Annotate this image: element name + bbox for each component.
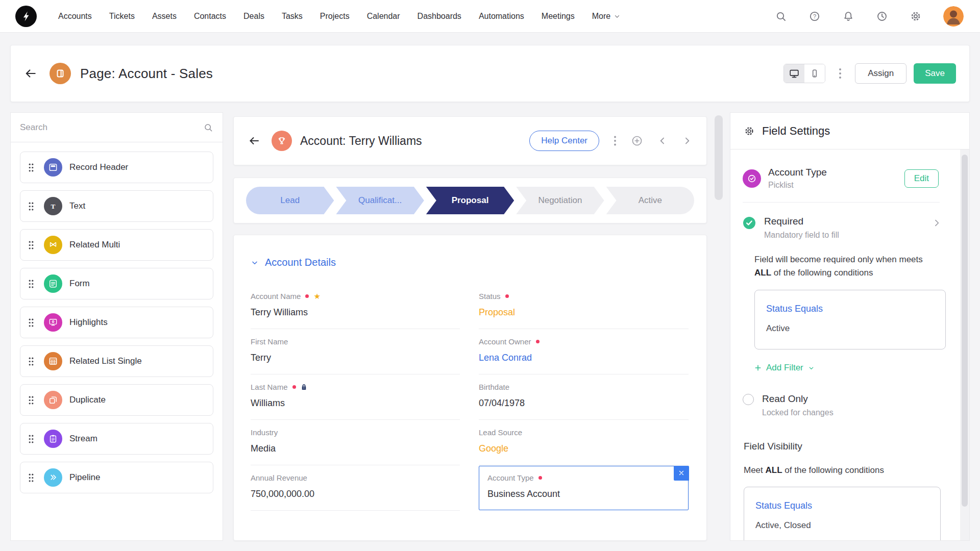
drag-handle-icon[interactable]: [29, 280, 34, 288]
edit-field-button[interactable]: Edit: [904, 169, 939, 188]
assign-button[interactable]: Assign: [855, 63, 906, 84]
chevron-right-icon[interactable]: [682, 136, 692, 146]
field-industry[interactable]: Industry Media: [251, 420, 460, 465]
nav-item-more[interactable]: More: [592, 12, 621, 21]
nav-item-projects[interactable]: Projects: [320, 12, 350, 21]
add-filter-button[interactable]: Add Filter: [754, 363, 969, 373]
user-avatar[interactable]: [943, 6, 964, 27]
field-account-owner[interactable]: Account Owner Lena Conrad: [479, 329, 689, 374]
field-account-name[interactable]: Account Name★ Terry Williams: [251, 284, 460, 329]
chevron-right-icon[interactable]: [932, 218, 942, 228]
widget-related-multi[interactable]: Related Multi: [20, 229, 213, 261]
visibility-condition-box[interactable]: Status Equals Active, Closed: [744, 487, 941, 540]
stage-active[interactable]: Active: [606, 187, 694, 214]
notifications-icon[interactable]: [842, 10, 854, 22]
app-logo[interactable]: [15, 6, 37, 27]
field-value: 750,000,000.00: [251, 489, 460, 499]
stage-label: Negotiation: [538, 195, 582, 206]
radio-unselected-icon[interactable]: [743, 394, 754, 405]
widget-related-list-single[interactable]: Related List Single: [20, 345, 213, 377]
nav-item-tickets[interactable]: Tickets: [109, 12, 135, 21]
more-options-kebab-icon[interactable]: [839, 68, 842, 79]
fields-column-right: Status Proposal Account Owner Lena Conra…: [479, 284, 689, 511]
record-title: Account: Terry Williams: [300, 134, 422, 148]
drag-handle-icon[interactable]: [29, 318, 34, 327]
nav-item-calendar[interactable]: Calendar: [367, 12, 400, 21]
save-button[interactable]: Save: [914, 63, 956, 84]
drag-handle-icon[interactable]: [29, 202, 34, 211]
drag-handle-icon[interactable]: [29, 163, 34, 172]
widget-duplicate[interactable]: Duplicate: [20, 384, 213, 416]
field-lead-source[interactable]: Lead Source Google: [479, 420, 689, 465]
drag-handle-icon[interactable]: [29, 396, 34, 405]
mobile-preview-button[interactable]: [804, 64, 825, 83]
field-last-name[interactable]: Last Name Williams: [251, 374, 460, 420]
panel-scrollbar-thumb[interactable]: [962, 155, 968, 507]
field-status[interactable]: Status Proposal: [479, 284, 689, 329]
stage-label: Lead: [280, 195, 300, 206]
field-label: Birthdate: [479, 383, 509, 391]
picklist-field-icon: [743, 169, 761, 188]
widget-text[interactable]: T Text: [20, 190, 213, 222]
field-birthdate[interactable]: Birthdate 07/04/1978: [479, 374, 689, 420]
help-center-button[interactable]: Help Center: [529, 131, 599, 151]
required-option-row[interactable]: Required Mandatory field to fill: [730, 203, 969, 240]
stage-proposal[interactable]: Proposal: [426, 187, 514, 214]
nav-item-assets[interactable]: Assets: [152, 12, 177, 21]
chevron-left-icon[interactable]: [657, 136, 668, 146]
widget-record-header[interactable]: Record Header: [20, 152, 213, 183]
add-plus-icon[interactable]: [631, 135, 643, 147]
read-only-option-row[interactable]: Read Only Locked for changes: [730, 373, 969, 417]
fields-grid: Account Name★ Terry Williams First Name …: [234, 268, 706, 511]
account-details-header[interactable]: Account Details: [234, 235, 706, 268]
stream-icon: [44, 430, 62, 448]
field-annual-revenue[interactable]: Annual Revenue 750,000,000.00: [251, 465, 460, 511]
nav-item-automations[interactable]: Automations: [479, 12, 524, 21]
mobile-icon: [810, 68, 820, 79]
drag-handle-icon[interactable]: [29, 357, 34, 366]
help-icon[interactable]: ?: [808, 10, 821, 22]
drag-handle-icon[interactable]: [29, 435, 34, 443]
stage-label: Proposal: [452, 195, 489, 206]
nav-item-dashboards[interactable]: Dashboards: [418, 12, 461, 21]
history-clock-icon[interactable]: [876, 10, 888, 22]
more-options-kebab-icon[interactable]: [614, 136, 617, 146]
back-arrow-icon[interactable]: [24, 67, 37, 80]
text-icon: T: [44, 197, 62, 215]
settings-gear-icon[interactable]: [910, 10, 922, 22]
field-first-name[interactable]: First Name Terry: [251, 329, 460, 374]
field-account-type-selected[interactable]: Account Type Business Account: [479, 466, 689, 510]
nav-item-accounts[interactable]: Accounts: [58, 12, 92, 21]
widget-pipeline[interactable]: Pipeline: [20, 462, 213, 493]
field-value-link[interactable]: Lena Conrad: [479, 353, 689, 363]
field-label: Lead Source: [479, 428, 522, 437]
required-condition-box[interactable]: Status Equals Active: [754, 290, 946, 349]
intro-text: Meet: [744, 465, 763, 475]
desktop-preview-button[interactable]: [784, 64, 804, 83]
field-label: Last Name: [251, 383, 288, 391]
field-label: Account Owner: [479, 337, 531, 346]
drag-handle-icon[interactable]: [29, 241, 34, 249]
add-filter-label: Add Filter: [766, 363, 803, 373]
widget-stream[interactable]: Stream: [20, 423, 213, 455]
selected-field-name: Account Type: [768, 167, 827, 178]
main-scrollbar-thumb[interactable]: [715, 115, 723, 200]
condition-values: Active: [766, 323, 937, 334]
stage-qualification[interactable]: Qualificat...: [336, 187, 424, 214]
stage-negotiation[interactable]: Negotiation: [516, 187, 604, 214]
drag-handle-icon[interactable]: [29, 473, 34, 482]
field-label: Account Name: [251, 292, 301, 300]
stage-lead[interactable]: Lead: [246, 187, 334, 214]
widget-highlights[interactable]: Highlights: [20, 307, 213, 338]
search-icon[interactable]: [775, 10, 787, 22]
condition-criteria: Status Equals: [766, 304, 937, 314]
nav-item-contacts[interactable]: Contacts: [194, 12, 226, 21]
nav-item-tasks[interactable]: Tasks: [282, 12, 303, 21]
nav-item-deals[interactable]: Deals: [243, 12, 264, 21]
nav-item-meetings[interactable]: Meetings: [542, 12, 575, 21]
search-input[interactable]: [20, 122, 203, 133]
widget-form[interactable]: Form: [20, 268, 213, 299]
field-label: Status: [479, 292, 501, 300]
back-arrow-icon[interactable]: [248, 135, 260, 147]
deselect-field-button[interactable]: [674, 466, 689, 481]
